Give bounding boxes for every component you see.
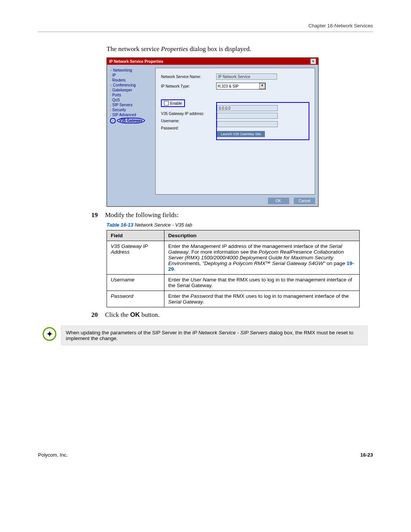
step-19: 19 Modify the following fields:	[91, 211, 373, 219]
arrow-icon: »	[110, 83, 112, 87]
input-service-name[interactable]: IP Network Service	[216, 73, 277, 80]
cell-description: Enter the Management IP address of the m…	[164, 241, 360, 275]
cancel-button[interactable]: Cancel	[294, 198, 315, 204]
input-password[interactable]	[217, 121, 278, 127]
step-number: 20	[91, 311, 105, 319]
nav-gatekeeper[interactable]: ›Gatekeeper	[110, 88, 154, 93]
arrow-icon: »	[110, 69, 112, 72]
v35-input-group: 0.0.0.0 Launch V35 GateWay Site	[216, 102, 309, 140]
intro-text: The network service Properties dialog bo…	[107, 45, 373, 53]
chevron-down-icon[interactable]: ▼	[259, 83, 265, 89]
step-text: Modify the following fields:	[105, 211, 178, 219]
select-network-type[interactable]: H.323 & SIP ▼	[216, 83, 266, 89]
arrow-icon: ›	[110, 78, 111, 82]
arrow-icon: ›	[110, 108, 111, 112]
step-20: 20 Click the OK button.	[91, 311, 373, 319]
intro-pre: The network service	[107, 45, 161, 53]
label-service-name: Network Service Name:	[161, 75, 216, 79]
dialog-nav: »Networking ›IP ›Routers »Conferencing ›…	[107, 65, 155, 195]
arrow-icon: ›	[110, 118, 116, 123]
nav-routers[interactable]: ›Routers	[110, 78, 154, 83]
nav-sip-advanced[interactable]: ›SIP Advanced	[110, 112, 154, 117]
label-username: Username:	[161, 119, 216, 123]
nav-sip-servers[interactable]: ›SIP Servers	[110, 102, 154, 107]
label-gateway-ip: V35 Gateway IP address:	[161, 112, 216, 116]
th-description: Description	[164, 230, 360, 241]
ok-button[interactable]: OK	[268, 198, 289, 204]
launch-gateway-button[interactable]: Launch V35 GateWay Site	[217, 131, 265, 137]
fields-table: Field Description V35 Gateway IP Address…	[107, 230, 360, 307]
nav-ip[interactable]: ›IP	[110, 73, 154, 78]
arrow-icon: ›	[110, 98, 111, 102]
cell-field: Username	[107, 275, 164, 291]
dialog-footer: OK Cancel	[107, 195, 318, 206]
step-number: 19	[91, 211, 105, 219]
note-text: When updating the parameters of the SIP …	[61, 326, 368, 345]
label-network-type: IP Network Type:	[161, 84, 216, 88]
nav-v35-gateway[interactable]: ›V35 Gateway	[110, 117, 145, 124]
close-icon[interactable]: ×	[311, 59, 316, 64]
nav-ports[interactable]: ›Ports	[110, 93, 154, 97]
caption-title: Network Service - V35 tab	[133, 222, 192, 228]
footer-page-number: 16-23	[360, 452, 373, 458]
enable-group[interactable]: Enable	[161, 99, 185, 107]
table-caption: Table 16-13 Network Service - V35 tab	[107, 222, 373, 228]
nav-conferencing[interactable]: »Conferencing	[110, 83, 154, 88]
page-header: Chapter 16-Network Services	[38, 23, 373, 32]
cell-description: Enter the Password that the RMX uses to …	[164, 291, 360, 307]
intro-italic: Properties	[161, 45, 188, 53]
footer-company: Polycom, Inc.	[38, 452, 68, 458]
input-gateway-ip[interactable]: 0.0.0.0	[217, 105, 278, 111]
intro-post: dialog box is displayed.	[188, 45, 251, 53]
arrow-icon: ›	[110, 93, 111, 97]
cell-field: Password	[107, 291, 164, 307]
table-row: Password Enter the Password that the RMX…	[107, 291, 360, 307]
enable-label: Enable	[170, 101, 182, 105]
arrow-icon: ›	[110, 103, 111, 107]
dialog-title-text: IP Network Service Properties	[109, 59, 163, 64]
properties-dialog: IP Network Service Properties × »Network…	[107, 58, 319, 207]
dialog-titlebar: IP Network Service Properties ×	[107, 58, 318, 65]
caption-num: Table 16-13	[107, 222, 133, 228]
note-block: ✦ When updating the parameters of the SI…	[38, 326, 373, 345]
th-field: Field	[107, 230, 164, 241]
cell-description: Enter the User Name that the RMX uses to…	[164, 275, 360, 291]
arrow-icon: ›	[110, 113, 111, 117]
note-icon: ✦	[43, 327, 56, 341]
table-row: V35 Gateway IP Address Enter the Managem…	[107, 241, 360, 275]
arrow-icon: ›	[110, 88, 111, 92]
nav-networking[interactable]: »Networking	[110, 68, 154, 73]
table-row: Username Enter the User Name that the RM…	[107, 275, 360, 291]
select-value: H.323 & SIP	[218, 84, 239, 88]
step-text: Click the OK button.	[105, 311, 160, 319]
arrow-icon: ›	[110, 73, 111, 77]
input-username[interactable]	[217, 113, 278, 119]
dialog-form: Network Service Name: IP Network Service…	[155, 68, 315, 195]
nav-security[interactable]: ›Security	[110, 107, 154, 112]
enable-checkbox[interactable]	[164, 101, 169, 105]
cell-field: V35 Gateway IP Address	[107, 241, 164, 275]
label-password: Password:	[161, 126, 216, 130]
nav-qos[interactable]: ›QoS	[110, 97, 154, 102]
page-footer: Polycom, Inc. 16-23	[38, 452, 373, 458]
